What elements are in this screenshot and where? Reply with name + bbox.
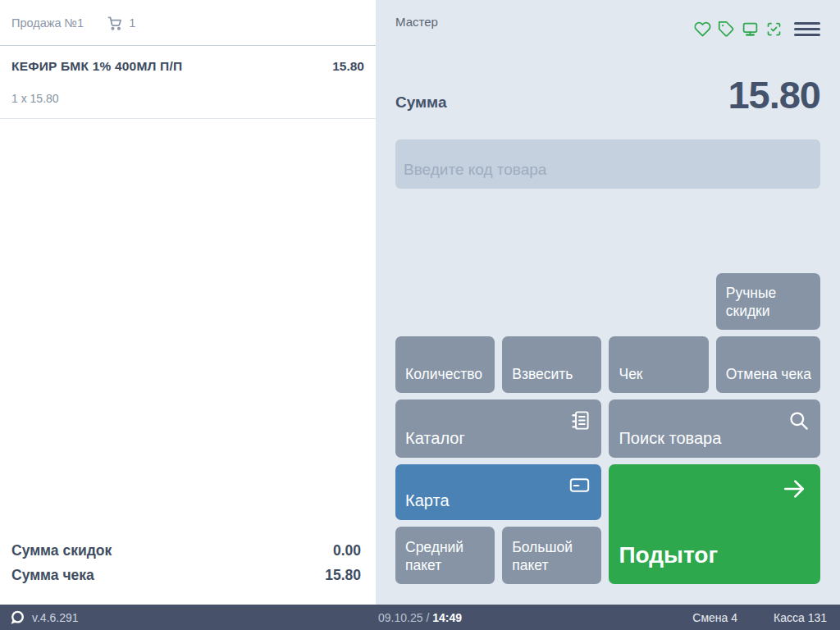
receipt-header: Продажа №1 1 (0, 0, 376, 46)
item-name: КЕФИР БМК 1% 400МЛ П/П (11, 59, 182, 74)
receipt-summary: Сумма скидок 0.00 Сумма чека 15.80 (11, 542, 361, 591)
tag-icon (718, 21, 735, 38)
large-bag-label: Большой пакет (512, 539, 592, 574)
actions-panel: Мастер Сумма 15.80 (376, 0, 840, 605)
credit-card-icon (568, 474, 591, 496)
receipt-total-label: Сумма чека (11, 567, 94, 584)
status-bar: v.4.6.291 09.10.25 / 14:49 Смена 4 Касса… (0, 605, 840, 630)
discount-summary-line: Сумма скидок 0.00 (11, 542, 361, 567)
arrow-right-icon (781, 476, 807, 502)
total-summary-line: Сумма чека 15.80 (11, 567, 361, 591)
manual-discounts-label: Ручные скидки (726, 285, 811, 320)
heart-icon (694, 21, 711, 38)
status-datetime: 09.10.25 / 14:49 (378, 611, 462, 624)
sum-row: Сумма 15.80 (395, 72, 820, 118)
discount-value: 0.00 (333, 542, 361, 559)
cart-icon (107, 15, 123, 31)
header-icons (687, 21, 820, 38)
card-button[interactable]: Карта (395, 464, 601, 520)
sale-title: Продажа №1 (11, 16, 84, 30)
status-bar-left: v.4.6.291 (10, 609, 79, 625)
status-separator: / (426, 611, 429, 624)
status-bar-right: Смена 4 Касса 131 (692, 611, 827, 624)
search-product-label: Поиск товара (619, 428, 721, 448)
sum-value: 15.80 (728, 72, 820, 118)
large-bag-button[interactable]: Большой пакет (502, 527, 601, 584)
weigh-label: Взвесить (512, 366, 573, 383)
receipt-total-value: 15.80 (325, 567, 361, 584)
cancel-check-button[interactable]: Отмена чека (716, 336, 820, 393)
app-logo-icon (10, 609, 25, 625)
search-icon (788, 409, 810, 431)
item-price: 15.80 (332, 59, 364, 74)
user-mode-label: Мастер (395, 15, 438, 29)
scan-check-icon (765, 21, 783, 38)
medium-bag-button[interactable]: Средний пакет (395, 527, 495, 584)
catalog-icon (568, 409, 591, 431)
menu-icon[interactable] (794, 22, 820, 36)
receipt-item-row[interactable]: КЕФИР БМК 1% 400МЛ П/П 15.80 1 x 15.80 (0, 59, 376, 119)
sum-label: Сумма (395, 94, 446, 112)
product-code-input[interactable] (395, 139, 820, 189)
item-top-line: КЕФИР БМК 1% 400МЛ П/П 15.80 (11, 59, 364, 74)
manual-discounts-button[interactable]: Ручные скидки (716, 273, 820, 330)
status-time: 14:49 (432, 611, 462, 624)
search-product-button[interactable]: Поиск товара (609, 399, 820, 458)
check-label: Чек (619, 366, 642, 383)
medium-bag-label: Средний пакет (405, 539, 486, 574)
subtotal-label: Подытог (619, 541, 718, 569)
quantity-label: Количество (405, 366, 482, 383)
shift-label: Смена 4 (692, 611, 737, 624)
pos-app: Продажа №1 1 КЕФИР БМК 1% 400МЛ П/П 15.8… (0, 0, 840, 630)
app-version: v.4.6.291 (32, 611, 79, 624)
monitor-icon (742, 21, 759, 38)
cart-indicator: 1 (107, 15, 135, 31)
discount-label: Сумма скидок (11, 542, 112, 559)
status-date: 09.10.25 (378, 611, 423, 624)
quantity-button[interactable]: Количество (395, 336, 495, 393)
card-label: Карта (405, 491, 450, 510)
subtotal-button[interactable]: Подытог (609, 464, 820, 584)
register-label: Касса 131 (774, 611, 827, 624)
cart-count: 1 (129, 16, 135, 30)
receipt-panel: Продажа №1 1 КЕФИР БМК 1% 400МЛ П/П 15.8… (0, 0, 376, 605)
check-button[interactable]: Чек (609, 336, 708, 393)
action-button-grid: Ручные скидки Количество Взвесить Чек От… (395, 273, 820, 584)
cancel-check-label: Отмена чека (726, 366, 811, 383)
item-qty-line: 1 x 15.80 (11, 92, 364, 105)
weigh-button[interactable]: Взвесить (502, 336, 601, 393)
catalog-label: Каталог (405, 428, 465, 448)
catalog-button[interactable]: Каталог (395, 399, 601, 458)
